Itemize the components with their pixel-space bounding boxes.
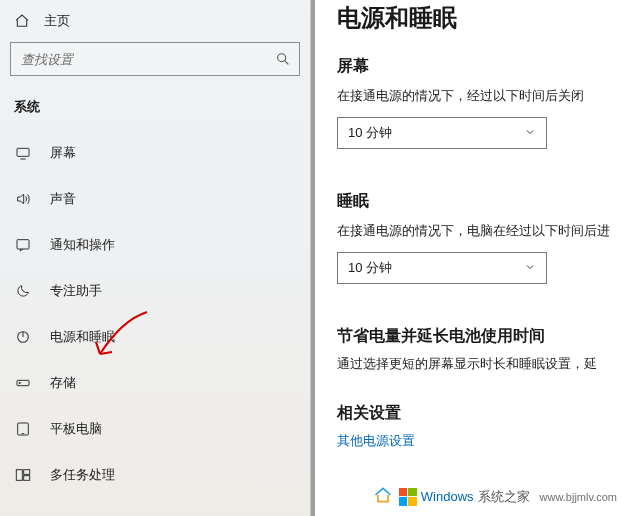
sidebar-item-label: 多任务处理: [50, 466, 115, 484]
screen-desc: 在接通电源的情况下，经过以下时间后关闭: [337, 87, 623, 105]
related-link[interactable]: 其他电源设置: [337, 432, 623, 450]
sleep-timeout-value: 10 分钟: [348, 259, 392, 277]
sidebar-item-power-sleep[interactable]: 电源和睡眠: [0, 314, 310, 360]
sidebar-item-label: 专注助手: [50, 282, 102, 300]
battery-section: 节省电量并延长电池使用时间 通过选择更短的屏幕显示时长和睡眠设置，延: [337, 326, 623, 373]
chevron-down-icon: [524, 126, 536, 141]
search-box[interactable]: [10, 42, 300, 76]
sidebar-item-label: 平板电脑: [50, 420, 102, 438]
watermark-brand1: Windows: [421, 489, 474, 504]
sidebar-item-label: 屏幕: [50, 144, 76, 162]
speaker-icon: [14, 191, 32, 207]
watermark-url: www.bjjmlv.com: [540, 491, 617, 503]
home-label: 主页: [44, 12, 70, 30]
notification-icon: [14, 237, 32, 253]
sidebar-item-focus-assist[interactable]: 专注助手: [0, 268, 310, 314]
windows-flag-icon: [399, 488, 417, 506]
page-title: 电源和睡眠: [337, 0, 623, 34]
related-section: 相关设置 其他电源设置: [337, 403, 623, 450]
svg-point-5: [19, 382, 20, 383]
sidebar-item-label: 声音: [50, 190, 76, 208]
sidebar-item-display[interactable]: 屏幕: [0, 130, 310, 176]
sidebar-item-tablet[interactable]: 平板电脑: [0, 406, 310, 452]
screen-title: 屏幕: [337, 56, 623, 77]
moon-icon: [14, 283, 32, 299]
sleep-title: 睡眠: [337, 191, 623, 212]
tablet-icon: [14, 421, 32, 437]
svg-rect-2: [17, 240, 29, 249]
sidebar-item-label: 存储: [50, 374, 76, 392]
sidebar-item-storage[interactable]: 存储: [0, 360, 310, 406]
sleep-desc: 在接通电源的情况下，电脑在经过以下时间后进: [337, 222, 623, 240]
sidebar-nav: 屏幕 声音 通知和操作 专注助手: [0, 130, 310, 498]
home-row[interactable]: 主页: [0, 6, 310, 42]
search-icon: [275, 51, 291, 67]
watermark-brand2: 系统之家: [478, 488, 530, 506]
svg-rect-8: [24, 470, 30, 475]
sleep-timeout-combo[interactable]: 10 分钟: [337, 252, 547, 284]
scrollbar[interactable]: [311, 0, 315, 516]
battery-desc: 通过选择更短的屏幕显示时长和睡眠设置，延: [337, 355, 623, 373]
sidebar: 主页 系统 屏幕 声音: [0, 0, 310, 516]
monitor-icon: [14, 145, 32, 161]
watermark-brand: Windows 系统之家: [399, 488, 530, 506]
main-content: 电源和睡眠 屏幕 在接通电源的情况下，经过以下时间后关闭 10 分钟 睡眠 在接…: [310, 0, 623, 516]
home-icon: [14, 13, 30, 29]
screen-section: 屏幕 在接通电源的情况下，经过以下时间后关闭 10 分钟: [337, 56, 623, 149]
svg-rect-9: [24, 476, 30, 481]
power-icon: [14, 329, 32, 345]
sidebar-item-multitasking[interactable]: 多任务处理: [0, 452, 310, 498]
sidebar-section-title: 系统: [0, 76, 310, 130]
sidebar-item-label: 电源和睡眠: [50, 328, 115, 346]
sleep-section: 睡眠 在接通电源的情况下，电脑在经过以下时间后进 10 分钟: [337, 191, 623, 284]
watermark: Windows 系统之家 www.bjjmlv.com: [373, 485, 617, 508]
svg-rect-1: [17, 148, 29, 156]
multitasking-icon: [14, 467, 32, 483]
svg-point-0: [278, 54, 286, 62]
screen-timeout-value: 10 分钟: [348, 124, 392, 142]
chevron-down-icon: [524, 261, 536, 276]
related-title: 相关设置: [337, 403, 401, 424]
storage-icon: [14, 375, 32, 391]
sidebar-item-label: 通知和操作: [50, 236, 115, 254]
home-roof-icon: [373, 485, 393, 508]
search-input[interactable]: [21, 52, 275, 67]
screen-timeout-combo[interactable]: 10 分钟: [337, 117, 547, 149]
sidebar-item-sound[interactable]: 声音: [0, 176, 310, 222]
sidebar-item-notifications[interactable]: 通知和操作: [0, 222, 310, 268]
svg-rect-7: [16, 470, 22, 481]
battery-title: 节省电量并延长电池使用时间: [337, 326, 623, 347]
